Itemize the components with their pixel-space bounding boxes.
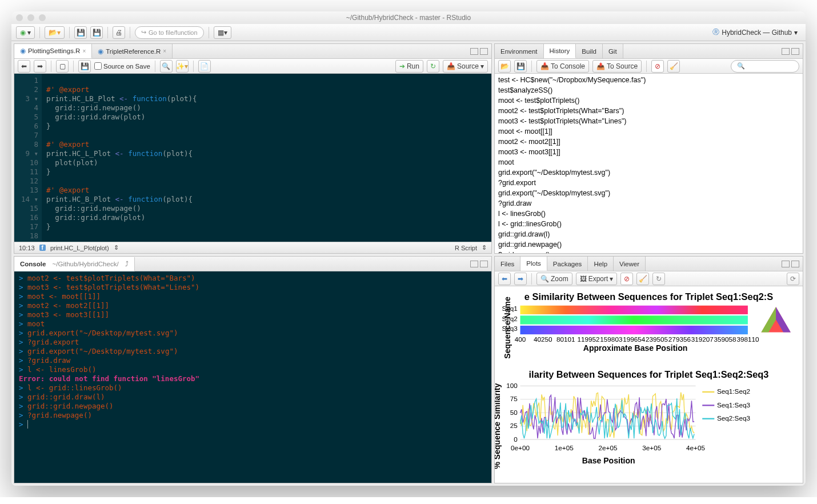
history-entry[interactable]: ?grid.export	[498, 178, 799, 188]
language-mode[interactable]: R Script	[455, 245, 477, 251]
code-editor[interactable]: 1 2 3 ▾ 4 5 6 7 8 9 ▾ 10 11 12 13 14 ▾ 1…	[14, 74, 491, 242]
remove-entry-button[interactable]: ⊘	[651, 60, 664, 73]
function-badge: f	[39, 245, 46, 251]
minimize-pane-button[interactable]	[470, 261, 478, 267]
history-list[interactable]: test <- HC$new("~/Dropbox/MySequence.fas…	[495, 74, 803, 253]
tab-console[interactable]: Console ~/Github/HybridCheck/ ⤴	[14, 257, 135, 271]
close-icon[interactable]: ×	[163, 48, 166, 54]
new-file-button[interactable]: ◉▾	[16, 26, 35, 39]
maximize-pane-button[interactable]	[480, 48, 488, 55]
minimize-pane-button[interactable]	[470, 48, 478, 55]
code-tools-button[interactable]: ✨▾	[176, 60, 189, 73]
history-entry[interactable]: moot3 <- moot3[[1]]	[498, 147, 799, 157]
chart1-title: e Similarity Between Sequences for Tripl…	[524, 291, 773, 302]
maximize-pane-button[interactable]	[791, 48, 799, 55]
minimize-icon[interactable]	[27, 14, 34, 21]
history-entry[interactable]: moot	[498, 157, 799, 167]
history-entry[interactable]: grid::grid.draw(l)	[498, 229, 799, 239]
code-body[interactable]: #' @export print.HC_LB_Plot <- function(…	[42, 74, 257, 242]
back-button[interactable]: ⬅	[18, 60, 30, 73]
history-entry[interactable]: moot2 <- test$plotTriplets(What="Bars")	[498, 106, 799, 116]
export-button[interactable]: 🖼Export▾	[576, 273, 618, 285]
history-entry[interactable]: ?grid.draw	[498, 198, 799, 209]
plot-next-button[interactable]: ➡	[514, 273, 527, 285]
svg-text:199654: 199654	[623, 335, 646, 343]
svg-text:239505: 239505	[646, 335, 668, 343]
forward-button[interactable]: ➡	[34, 60, 46, 73]
rerun-button[interactable]: ↻	[427, 60, 439, 73]
tab-packages[interactable]: Packages	[547, 257, 588, 271]
maximize-pane-button[interactable]	[791, 261, 799, 267]
history-entry[interactable]: ?grid.newpage()	[498, 250, 799, 253]
save-source-button[interactable]: 💾	[78, 60, 91, 73]
svg-text:279356: 279356	[668, 335, 691, 343]
tab-history[interactable]: History	[544, 44, 576, 58]
print-button[interactable]: 🖨	[113, 26, 125, 39]
source-button[interactable]: 📥Source▾	[443, 60, 488, 73]
history-entry[interactable]: grid.export("~/Desktop/mytest.svg")	[498, 167, 799, 178]
close-icon[interactable]	[16, 14, 23, 21]
tab-tripletreference-r[interactable]: ◉TripletReference.R ×	[92, 44, 173, 58]
zoom-icon[interactable]	[39, 14, 46, 21]
files-pane: FilesPlotsPackagesHelpViewer ⬅ ➡ 🔍Zoom 🖼…	[494, 256, 803, 483]
tab-plots[interactable]: Plots	[520, 257, 547, 271]
minimize-pane-button[interactable]	[782, 48, 790, 55]
project-menu[interactable]: Ⓡ HybridCheck — Github ▾	[709, 27, 801, 37]
to-console-button[interactable]: 📥To Console	[536, 60, 589, 73]
history-toolbar: 📂 💾 📥To Console 📤To Source ⊘ 🧹 🔍	[495, 59, 803, 74]
tab-viewer[interactable]: Viewer	[614, 257, 646, 271]
history-entry[interactable]: l <- linesGrob()	[498, 209, 799, 219]
plot-prev-button[interactable]: ⬅	[498, 273, 511, 285]
goto-file-input[interactable]: ↪ Go to file/function	[135, 26, 204, 39]
chart2-ylabel: % Sequence Similarity	[495, 383, 502, 469]
clear-history-button[interactable]: 🧹	[667, 60, 680, 73]
tab-git[interactable]: Git	[603, 44, 623, 58]
svg-text:Seq2:Seq3: Seq2:Seq3	[717, 414, 750, 422]
history-entry[interactable]: l <- grid::linesGrob()	[498, 219, 799, 229]
tab-help[interactable]: Help	[588, 257, 614, 271]
load-history-button[interactable]: 📂	[498, 60, 511, 73]
env-tabbar: EnvironmentHistoryBuildGit	[495, 44, 803, 59]
history-entry[interactable]: test <- HC$new("~/Dropbox/MySequence.fas…	[498, 75, 799, 85]
history-search[interactable]: 🔍	[731, 60, 799, 73]
save-all-button[interactable]: 💾	[90, 26, 103, 39]
svg-text:75: 75	[510, 395, 518, 402]
remove-plot-button[interactable]: ⊘	[620, 273, 633, 285]
history-entry[interactable]: moot <- moot[[1]]	[498, 126, 799, 137]
compile-report-button[interactable]: 📄	[198, 60, 211, 73]
tab-environment[interactable]: Environment	[495, 44, 544, 58]
history-entry[interactable]: test$analyzeSS()	[498, 85, 799, 95]
goto-arrow-icon: ↪	[141, 29, 146, 36]
open-file-button[interactable]: 📂▾	[45, 26, 65, 39]
svg-text:4e+05: 4e+05	[686, 444, 705, 451]
addins-button[interactable]: ▦▾	[214, 26, 231, 39]
console-popout-icon[interactable]: ⤴	[125, 261, 129, 267]
history-entry[interactable]: moot3 <- test$plotTriplets(What="Lines")	[498, 116, 799, 126]
tab-build[interactable]: Build	[576, 44, 603, 58]
tab-files[interactable]: Files	[495, 257, 520, 271]
minimize-pane-button[interactable]	[782, 261, 790, 267]
tab-plottingsettings-r[interactable]: ◉PlottingSettings.R ×	[14, 44, 92, 58]
find-button[interactable]: 🔍	[160, 60, 173, 73]
history-entry[interactable]: moot2 <- moot2[[1]]	[498, 137, 799, 147]
history-entry[interactable]: moot <- test$plotTriplets()	[498, 95, 799, 106]
history-entry[interactable]: grid::grid.newpage()	[498, 239, 799, 250]
refresh-plot-button[interactable]: ↻	[652, 273, 665, 285]
save-button[interactable]: 💾	[74, 26, 87, 39]
svg-text:Seq1:Seq2: Seq1:Seq2	[717, 387, 750, 395]
clear-plots-button[interactable]: 🧹	[636, 273, 649, 285]
publish-plot-button[interactable]: ⟳	[787, 273, 799, 285]
close-icon[interactable]: ×	[82, 48, 86, 54]
save-history-button[interactable]: 💾	[514, 60, 527, 73]
chart2-xlabel: Base Position	[582, 456, 635, 465]
maximize-pane-button[interactable]	[480, 261, 488, 267]
source-on-save-checkbox[interactable]: Source on Save	[94, 62, 150, 70]
show-in-new-window-button[interactable]: ▢	[56, 60, 69, 73]
to-source-button[interactable]: 📤To Source	[592, 60, 642, 73]
current-function[interactable]: print.HC_L_Plot(plot)	[50, 245, 109, 251]
zoom-button[interactable]: 🔍Zoom	[536, 273, 572, 285]
history-entry[interactable]: grid.export("~/Desktop/mytest.svg")	[498, 188, 799, 198]
svg-text:100: 100	[506, 382, 518, 389]
console-body[interactable]: > moot2 <- test$plotTriplets(What="Bars"…	[14, 271, 491, 483]
run-button[interactable]: ➔Run	[395, 60, 423, 73]
